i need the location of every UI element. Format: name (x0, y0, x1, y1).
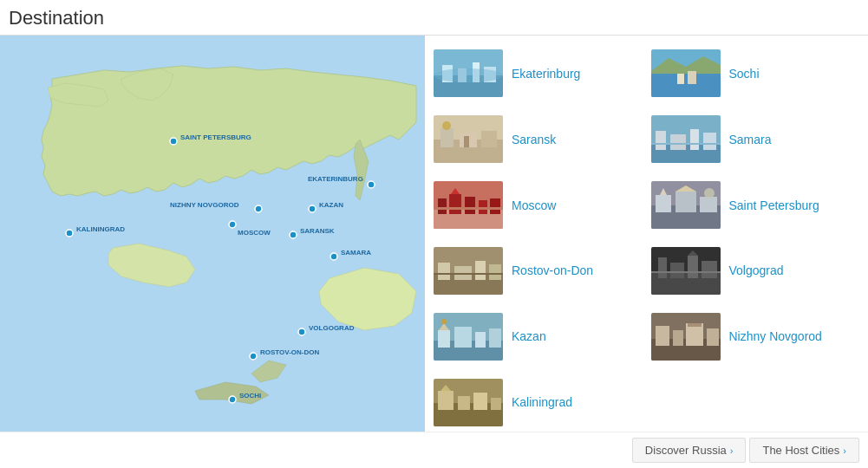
svg-rect-104 (707, 328, 719, 346)
svg-point-23 (290, 231, 297, 238)
city-thumb-ekaterinburg (434, 49, 503, 97)
svg-text:SAMARA: SAMARA (341, 249, 371, 257)
svg-point-31 (229, 396, 236, 403)
svg-point-48 (442, 121, 451, 130)
svg-text:MOSCOW: MOSCOW (238, 229, 271, 237)
svg-text:SOCHI: SOCHI (239, 392, 261, 400)
svg-point-11 (170, 138, 177, 145)
svg-text:SAINT PETERSBURG: SAINT PETERSBURG (180, 133, 251, 141)
svg-text:KALININGRAD: KALININGRAD (76, 225, 125, 233)
svg-rect-50 (481, 131, 497, 147)
svg-rect-85 (658, 257, 667, 278)
city-item-sochi[interactable]: Sochi (651, 44, 860, 103)
svg-rect-78 (438, 263, 450, 280)
svg-rect-112 (491, 398, 501, 410)
svg-point-17 (368, 181, 375, 188)
svg-rect-108 (438, 391, 454, 410)
city-name-sochi[interactable]: Sochi (729, 67, 760, 81)
city-thumb-volgograd (651, 247, 721, 295)
svg-point-19 (229, 221, 236, 228)
city-name-saransk[interactable]: Saransk (512, 133, 556, 146)
svg-rect-102 (673, 330, 683, 346)
svg-rect-81 (489, 264, 501, 280)
city-thumb-saint-petersburg (651, 181, 721, 229)
city-name-moscow[interactable]: Moscow (512, 198, 556, 212)
svg-rect-54 (656, 131, 666, 150)
svg-rect-96 (454, 327, 472, 348)
bottom-bar: Discover Russia › The Host Cities › (0, 432, 868, 468)
host-cities-label: The Host Cities (762, 444, 839, 457)
svg-point-29 (250, 353, 257, 360)
svg-rect-72 (675, 192, 696, 212)
city-name-kaliningrad[interactable]: Kaliningrad (512, 395, 572, 409)
host-cities-chevron: › (843, 445, 846, 456)
svg-rect-44 (688, 71, 696, 84)
svg-rect-98 (489, 328, 501, 348)
host-cities-button[interactable]: The Host Cities › (749, 438, 859, 463)
svg-point-27 (298, 328, 305, 335)
svg-text:ROSTOV-ON-DON: ROSTOV-ON-DON (260, 348, 320, 356)
city-thumb-moscow (434, 181, 503, 229)
city-name-saint-petersburg[interactable]: Saint Petersburg (729, 198, 819, 212)
svg-marker-58 (651, 143, 721, 145)
city-item-samara[interactable]: Samara (651, 110, 860, 169)
city-thumb-rostov (434, 247, 503, 295)
svg-rect-64 (465, 197, 475, 214)
discover-russia-chevron: › (730, 445, 734, 456)
svg-rect-47 (441, 128, 454, 147)
city-item-nizhny[interactable]: Nizhny Novgorod (651, 307, 860, 366)
city-thumb-kaliningrad (434, 379, 503, 426)
svg-rect-67 (434, 207, 503, 210)
city-item-saint-petersburg[interactable]: Saint Petersburg (651, 176, 860, 235)
city-thumb-nizhny (651, 313, 721, 361)
svg-rect-70 (656, 195, 671, 212)
city-item-ekaterinburg[interactable]: Ekaterinburg (434, 44, 643, 103)
city-name-ekaterinburg[interactable]: Ekaterinburg (512, 67, 580, 81)
svg-rect-61 (438, 198, 447, 214)
city-thumb-kazan (434, 313, 503, 361)
svg-point-25 (330, 253, 337, 260)
cities-grid: Ekaterinburg Sochi (434, 44, 859, 432)
city-name-rostov[interactable]: Rostov-on-Don (512, 263, 593, 277)
page-title: Destination (9, 7, 859, 29)
city-name-nizhny[interactable]: Nizhny Novgorod (729, 329, 822, 343)
svg-rect-87 (688, 256, 698, 278)
svg-rect-66 (490, 198, 500, 214)
svg-text:KAZAN: KAZAN (319, 201, 343, 209)
city-item-kaliningrad[interactable]: Kaliningrad (434, 373, 643, 432)
map-section: SAINT PETERSBURG KALININGRAD NIZHNY NOVG… (0, 36, 425, 432)
svg-point-39 (434, 68, 503, 82)
svg-rect-43 (677, 74, 684, 84)
city-name-volgograd[interactable]: Volgograd (729, 263, 784, 277)
svg-rect-89 (702, 261, 717, 278)
page-header: Destination (0, 0, 868, 36)
svg-rect-41 (651, 71, 721, 97)
city-thumb-samara (651, 115, 721, 163)
svg-point-95 (441, 319, 447, 324)
city-item-kazan[interactable]: Kazan (434, 307, 643, 366)
svg-text:SARANSK: SARANSK (300, 227, 335, 235)
city-name-kazan[interactable]: Kazan (512, 329, 546, 343)
discover-russia-label: Discover Russia (645, 444, 727, 457)
city-thumb-sochi (651, 49, 721, 97)
svg-rect-101 (656, 326, 669, 346)
svg-point-21 (309, 205, 316, 212)
page-container: Destination (0, 0, 868, 468)
city-item-volgograd[interactable]: Volgograd (651, 241, 860, 300)
svg-point-15 (255, 205, 262, 212)
city-item-moscow[interactable]: Moscow (434, 176, 643, 235)
discover-russia-button[interactable]: Discover Russia › (632, 438, 747, 463)
content-area: SAINT PETERSBURG KALININGRAD NIZHNY NOVG… (0, 36, 868, 432)
city-name-samara[interactable]: Samara (729, 133, 772, 146)
svg-rect-80 (475, 261, 486, 280)
svg-rect-93 (438, 330, 450, 348)
svg-rect-57 (703, 133, 716, 150)
svg-text:NIZHNY NOVGOROD: NIZHNY NOVGOROD (170, 201, 239, 209)
svg-rect-51 (464, 136, 469, 147)
svg-text:VOLGOGRAD: VOLGOGRAD (309, 324, 355, 332)
city-item-rostov[interactable]: Rostov-on-Don (434, 241, 643, 300)
svg-rect-56 (690, 129, 699, 150)
city-item-saransk[interactable]: Saransk (434, 110, 643, 169)
svg-rect-62 (449, 194, 461, 214)
svg-marker-82 (434, 273, 503, 275)
